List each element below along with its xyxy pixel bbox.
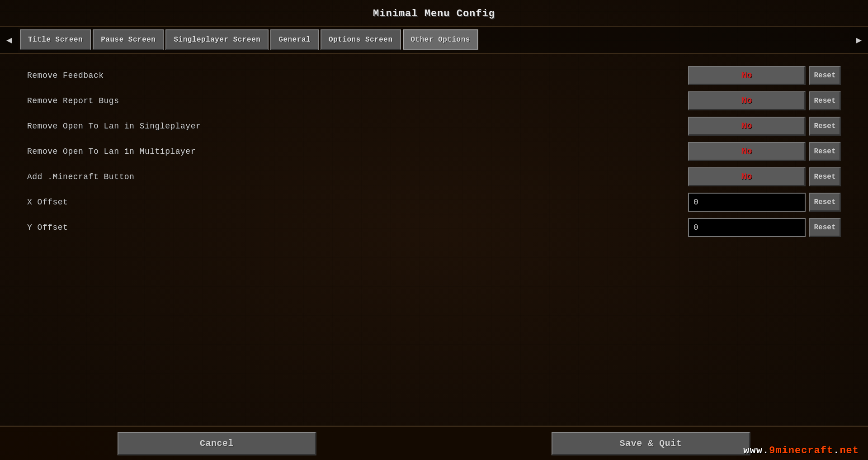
tabs-bar: ◀ Title Screen Pause Screen Singleplayer… [0,26,868,54]
setting-row-remove-open-lan-multi: Remove Open To Lan in Multiplayer No Res… [27,139,841,164]
toggle-remove-open-lan-multi[interactable]: No [688,142,806,161]
reset-remove-open-lan-single[interactable]: Reset [809,117,841,136]
setting-label-remove-open-lan-single: Remove Open To Lan in Singleplayer [27,122,688,131]
setting-label-remove-open-lan-multi: Remove Open To Lan in Multiplayer [27,147,688,156]
setting-controls-remove-open-lan-single: No Reset [688,117,841,136]
input-x-offset[interactable] [688,193,806,212]
setting-controls-x-offset: Reset [688,193,841,212]
setting-controls-remove-report-bugs: No Reset [688,91,841,110]
reset-add-minecraft-button[interactable]: Reset [809,167,841,186]
setting-row-x-offset: X Offset Reset [27,190,841,215]
setting-row-remove-report-bugs: Remove Report Bugs No Reset [27,88,841,114]
tab-title-screen[interactable]: Title Screen [20,29,91,50]
reset-remove-open-lan-multi[interactable]: Reset [809,142,841,161]
content-area: Remove Feedback No Reset Remove Report B… [0,54,868,426]
tabs-arrow-left[interactable]: ◀ [0,27,18,53]
cancel-btn-wrap: Cancel [0,432,434,455]
setting-controls-remove-open-lan-multi: No Reset [688,142,841,161]
setting-row-remove-open-lan-single: Remove Open To Lan in Singleplayer No Re… [27,114,841,139]
setting-label-y-offset: Y Offset [27,223,688,232]
toggle-remove-report-bugs[interactable]: No [688,91,806,110]
save-quit-button[interactable]: Save & Quit [552,432,750,455]
toggle-remove-open-lan-single[interactable]: No [688,117,806,136]
page-title: Minimal Menu Config [0,0,868,26]
tabs-arrow-right[interactable]: ▶ [850,27,868,53]
setting-label-x-offset: X Offset [27,198,688,207]
setting-label-remove-report-bugs: Remove Report Bugs [27,96,688,105]
watermark: www.9minecraft.net [743,445,859,456]
reset-remove-report-bugs[interactable]: Reset [809,91,841,110]
setting-row-add-minecraft-button: Add .Minecraft Button No Reset [27,164,841,190]
reset-y-offset[interactable]: Reset [809,218,841,237]
setting-label-add-minecraft-button: Add .Minecraft Button [27,172,688,181]
setting-controls-add-minecraft-button: No Reset [688,167,841,186]
bottom-bar: Cancel Save & Quit www.9minecraft.net [0,426,868,460]
setting-controls-y-offset: Reset [688,218,841,237]
cancel-button[interactable]: Cancel [118,432,316,455]
reset-x-offset[interactable]: Reset [809,193,841,212]
tab-singleplayer-screen[interactable]: Singleplayer Screen [165,29,269,50]
toggle-remove-feedback[interactable]: No [688,66,806,85]
input-y-offset[interactable] [688,218,806,237]
reset-remove-feedback[interactable]: Reset [809,66,841,85]
toggle-add-minecraft-button[interactable]: No [688,167,806,186]
setting-label-remove-feedback: Remove Feedback [27,71,688,80]
tab-pause-screen[interactable]: Pause Screen [93,29,164,50]
setting-controls-remove-feedback: No Reset [688,66,841,85]
tabs-container: Title Screen Pause Screen Singleplayer S… [18,27,850,53]
tab-general[interactable]: General [270,29,319,50]
setting-row-y-offset: Y Offset Reset [27,215,841,240]
tab-other-options[interactable]: Other Options [403,29,478,50]
tab-options-screen[interactable]: Options Screen [321,29,401,50]
setting-row-remove-feedback: Remove Feedback No Reset [27,63,841,88]
bottom-buttons: Cancel Save & Quit [0,427,868,460]
